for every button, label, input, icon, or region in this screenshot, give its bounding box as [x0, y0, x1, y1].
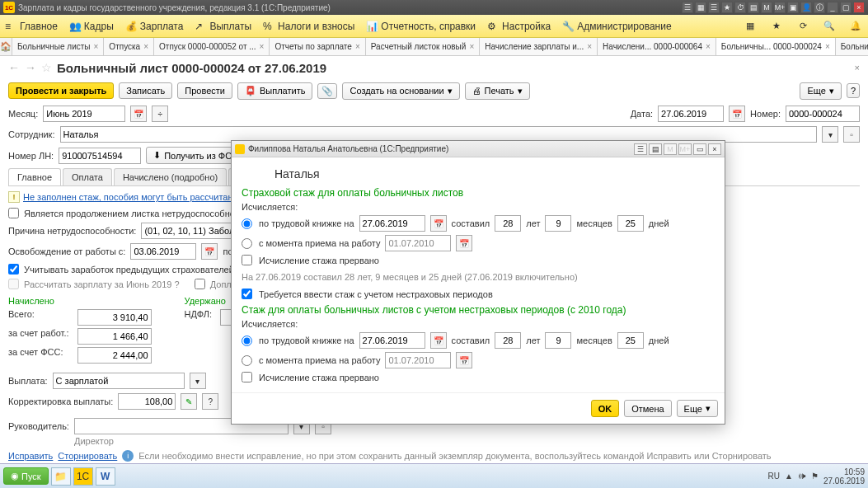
- tab-sick-24[interactable]: Больничны... 0000-000024×: [716, 38, 836, 55]
- tab-accrual-64[interactable]: Начислени... 0000-000064×: [598, 38, 716, 55]
- more-button[interactable]: Еще ▾: [800, 82, 841, 100]
- dialog-icon-3[interactable]: M: [664, 143, 677, 155]
- calendar-icon[interactable]: 📅: [430, 215, 447, 232]
- print-button[interactable]: 🖨 Печать ▾: [465, 82, 530, 100]
- post-and-close-button[interactable]: Провести и закрыть: [8, 82, 114, 99]
- tab-accrual[interactable]: Начисление зарплаты и...×: [480, 38, 598, 55]
- days-input[interactable]: [617, 215, 644, 232]
- subtab-accrued[interactable]: Начислено (подробно): [114, 168, 227, 185]
- menu-payments[interactable]: ↗Выплаты: [195, 21, 251, 32]
- employer-input[interactable]: [77, 328, 152, 345]
- nav-back-icon[interactable]: ←: [8, 61, 20, 74]
- month-picker-icon[interactable]: 📅: [130, 106, 147, 122]
- create-based-button[interactable]: Создать на основании ▾: [342, 82, 459, 100]
- number-input[interactable]: [786, 106, 860, 122]
- menu-staff[interactable]: 👥Кадры: [69, 21, 114, 32]
- close-icon[interactable]: ×: [587, 42, 592, 51]
- tray-icon-2[interactable]: 🕪: [798, 472, 806, 481]
- interrupted-checkbox[interactable]: [242, 255, 252, 265]
- additional-checkbox[interactable]: [195, 279, 205, 289]
- radio-by-book[interactable]: [242, 218, 252, 229]
- menu-main[interactable]: ≡Главное: [5, 21, 58, 32]
- close-icon[interactable]: ×: [260, 42, 265, 51]
- ln-input[interactable]: [59, 148, 141, 164]
- pay-button[interactable]: 📮 Выплатить: [237, 82, 312, 100]
- radio-from-hire-2[interactable]: [242, 355, 252, 366]
- maximize-icon[interactable]: ▢: [840, 2, 852, 13]
- tray-icon-1[interactable]: ▲: [785, 472, 793, 481]
- close-icon[interactable]: ×: [706, 42, 711, 51]
- month-spin-icon[interactable]: ÷: [152, 106, 168, 122]
- dialog-icon-4[interactable]: M+: [678, 143, 692, 155]
- more-button[interactable]: Еще ▾: [677, 400, 718, 417]
- close-icon[interactable]: ×: [853, 2, 865, 13]
- tray-icon-3[interactable]: ⚑: [811, 472, 819, 481]
- icon-toolbar-8[interactable]: M+: [774, 2, 786, 13]
- payout-input[interactable]: [53, 373, 185, 389]
- apps-icon[interactable]: ▦: [743, 19, 758, 34]
- icon-toolbar-5[interactable]: ⏱: [734, 2, 746, 13]
- start-button[interactable]: ◉ Пуск: [3, 467, 49, 485]
- lang-indicator[interactable]: RU: [768, 472, 780, 481]
- tab-salary-reports[interactable]: Отчеты по зарплате×: [270, 38, 365, 55]
- icon-toolbar-3[interactable]: ☰: [708, 2, 720, 13]
- taskbar-app-1[interactable]: 📁: [51, 467, 71, 486]
- help-button[interactable]: ?: [847, 83, 860, 98]
- radio-from-hire[interactable]: [242, 238, 252, 249]
- help-small-icon[interactable]: ?: [202, 393, 218, 410]
- calendar-icon[interactable]: 📅: [456, 352, 472, 368]
- subtab-main[interactable]: Главное: [8, 168, 61, 185]
- book-date-input[interactable]: [359, 215, 425, 232]
- icon-toolbar-9[interactable]: ▣: [787, 2, 799, 13]
- dialog-icon-2[interactable]: ▤: [649, 143, 662, 155]
- ok-button[interactable]: OK: [591, 400, 620, 417]
- req-noninsurance-checkbox[interactable]: [242, 289, 252, 299]
- info-icon[interactable]: ⓘ: [814, 2, 825, 13]
- tab-sicklists[interactable]: Больничные листы×: [12, 38, 104, 55]
- icon-toolbar-6[interactable]: ▤: [748, 2, 759, 13]
- minimize-icon[interactable]: _: [827, 2, 838, 13]
- write-button[interactable]: Записать: [119, 82, 172, 99]
- month-input[interactable]: [43, 106, 125, 122]
- bell-icon[interactable]: 🔔: [848, 19, 863, 34]
- nav-fwd-icon[interactable]: →: [25, 61, 36, 74]
- taskbar-app-3[interactable]: W: [96, 467, 115, 486]
- post-button[interactable]: Провести: [177, 82, 232, 99]
- search-icon[interactable]: 🔍: [822, 19, 837, 34]
- close-icon[interactable]: ×: [143, 42, 148, 51]
- user-icon[interactable]: 👤: [800, 2, 812, 13]
- subtab-payment[interactable]: Оплата: [63, 168, 112, 185]
- months-input[interactable]: [545, 215, 571, 232]
- cancel-button[interactable]: Отмена: [624, 400, 671, 417]
- radio-by-book-2[interactable]: [242, 336, 252, 346]
- prev-insurers-checkbox[interactable]: [8, 264, 19, 274]
- close-icon[interactable]: ×: [825, 42, 830, 51]
- menu-admin[interactable]: 🔧Администрирование: [562, 21, 671, 32]
- years-input-2[interactable]: [495, 332, 521, 349]
- date-picker-icon[interactable]: 📅: [729, 106, 745, 122]
- favorite-icon[interactable]: ☆: [41, 61, 52, 74]
- tab-payslip[interactable]: Расчетный листок новый×: [366, 38, 481, 55]
- tab-sick-other[interactable]: Больничный лист 0000-...×: [836, 38, 868, 55]
- release-from-input[interactable]: [130, 243, 196, 260]
- edit-icon[interactable]: ✎: [181, 393, 197, 410]
- system-clock[interactable]: 10:59 27.06.2019: [823, 467, 865, 486]
- employee-select-icon[interactable]: ▾: [822, 126, 838, 143]
- total-input[interactable]: [77, 309, 152, 326]
- icon-toolbar-1[interactable]: ☰: [682, 2, 693, 13]
- page-close-icon[interactable]: ×: [855, 63, 860, 73]
- history-icon[interactable]: ⟳: [795, 19, 810, 34]
- icon-toolbar-7[interactable]: M: [761, 2, 772, 13]
- attach-button[interactable]: 📎: [317, 83, 337, 99]
- book-date-input-2[interactable]: [359, 332, 425, 349]
- fss-input[interactable]: [77, 347, 152, 364]
- payout-dropdown-icon[interactable]: ▾: [190, 373, 206, 389]
- home-tab-icon[interactable]: 🏠: [0, 38, 12, 55]
- tab-vacation-52[interactable]: Отпуск 0000-000052 от ...×: [154, 38, 270, 55]
- correction-input[interactable]: [118, 393, 176, 410]
- taskbar-app-2[interactable]: 1C: [73, 467, 93, 486]
- menu-taxes[interactable]: %Налоги и взносы: [263, 21, 354, 32]
- storno-link[interactable]: Сторнировать: [58, 451, 117, 461]
- calendar-icon[interactable]: 📅: [201, 243, 218, 260]
- icon-toolbar-2[interactable]: ▦: [695, 2, 706, 13]
